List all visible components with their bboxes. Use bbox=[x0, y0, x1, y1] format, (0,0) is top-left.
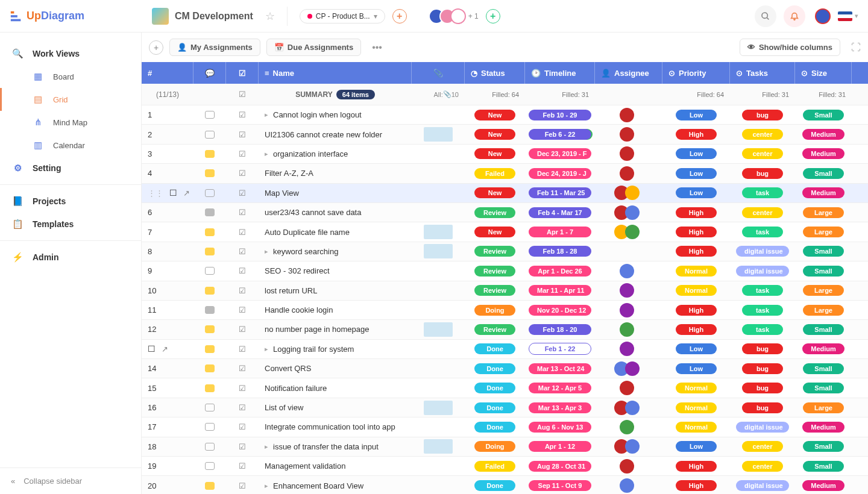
priority-pill-cell[interactable]: High bbox=[662, 457, 730, 475]
name-cell[interactable]: List of view bbox=[259, 398, 412, 417]
logo[interactable]: UpDiagram bbox=[10, 10, 84, 23]
attach-cell[interactable] bbox=[412, 340, 465, 358]
timeline-pill-cell[interactable]: Nov 20 - Dec 12 bbox=[525, 301, 595, 319]
table-row[interactable]: 18☑▸issue of transfer the data inputDoin… bbox=[142, 437, 868, 457]
sidebar-item-mindmap[interactable]: ⋔Mind Map bbox=[0, 111, 141, 134]
attach-cell[interactable] bbox=[412, 301, 465, 319]
assignee-cell[interactable] bbox=[595, 378, 662, 397]
chat-cell[interactable] bbox=[193, 417, 226, 436]
priority-pill-cell[interactable]: High bbox=[662, 301, 730, 319]
table-row[interactable]: 17☑Integrate communication tool into app… bbox=[142, 417, 868, 437]
chat-cell[interactable] bbox=[193, 184, 226, 202]
priority-pill-cell[interactable]: High bbox=[662, 203, 730, 222]
status-pill-cell[interactable]: Review bbox=[465, 203, 525, 222]
task-pill-cell[interactable]: bug bbox=[730, 105, 795, 124]
project-selector[interactable]: CM Development bbox=[152, 8, 253, 25]
chat-cell[interactable] bbox=[193, 320, 226, 339]
checklist-cell[interactable]: ☑ bbox=[226, 457, 259, 475]
size-pill-cell[interactable]: Small bbox=[795, 261, 852, 280]
col-check[interactable]: ☑ bbox=[226, 62, 259, 84]
status-pill-cell[interactable]: Review bbox=[465, 281, 525, 300]
status-pill-cell[interactable]: Failed bbox=[465, 164, 525, 183]
assignee-cell[interactable] bbox=[595, 437, 662, 456]
task-pill-cell[interactable]: center bbox=[730, 125, 795, 143]
assignee-cell[interactable] bbox=[595, 125, 662, 143]
attach-cell[interactable] bbox=[412, 417, 465, 436]
caret-icon[interactable]: ▸ bbox=[265, 443, 268, 451]
sidebar-item-grid[interactable]: ▤Grid bbox=[0, 88, 141, 111]
table-row[interactable]: ☐↗☑▸Logging trail for systemDoneFeb 1 - … bbox=[142, 340, 868, 359]
add-task-button[interactable]: + bbox=[149, 40, 163, 55]
priority-pill-cell[interactable]: Low bbox=[662, 340, 730, 358]
name-cell[interactable]: ▸Logging trail for system bbox=[259, 340, 412, 358]
checklist-cell[interactable]: ☑ bbox=[226, 184, 259, 202]
status-pill-cell[interactable]: New bbox=[465, 105, 525, 124]
name-cell[interactable]: Map View bbox=[259, 184, 412, 202]
task-pill-cell[interactable]: task bbox=[730, 281, 795, 300]
task-pill-cell[interactable]: digital issue bbox=[730, 417, 795, 436]
table-row[interactable]: 11☑Handle cookie loginDoingNov 20 - Dec … bbox=[142, 301, 868, 320]
checklist-cell[interactable]: ☑ bbox=[226, 222, 259, 241]
table-row[interactable]: 9☑SEO - 302 redirectReviewApr 1 - Dec 26… bbox=[142, 261, 868, 281]
col-priority[interactable]: ⊙Priority bbox=[662, 62, 730, 84]
add-phase-button[interactable]: + bbox=[392, 9, 407, 23]
chat-cell[interactable] bbox=[193, 242, 226, 261]
priority-pill-cell[interactable]: Low bbox=[662, 437, 730, 456]
priority-pill-cell[interactable]: High bbox=[662, 222, 730, 241]
timeline-pill-cell[interactable]: Mar 13 - Oct 24 bbox=[525, 359, 595, 378]
status-pill-cell[interactable]: Done bbox=[465, 417, 525, 436]
priority-pill-cell[interactable]: Normal bbox=[662, 281, 730, 300]
checklist-cell[interactable]: ☑ bbox=[226, 281, 259, 300]
priority-pill-cell[interactable]: Low bbox=[662, 164, 730, 183]
checklist-cell[interactable]: ☑ bbox=[226, 105, 259, 124]
attach-cell[interactable] bbox=[412, 457, 465, 475]
checklist-cell[interactable]: ☑ bbox=[226, 145, 259, 163]
sidebar-item-board[interactable]: ▦Board bbox=[0, 65, 141, 88]
name-cell[interactable]: SEO - 302 redirect bbox=[259, 261, 412, 280]
assignee-cell[interactable] bbox=[595, 417, 662, 436]
timeline-pill-cell[interactable]: Feb 1 - 22 bbox=[525, 340, 595, 358]
timeline-pill-cell[interactable]: Mar 11 - Apr 11 bbox=[525, 281, 595, 300]
assignee-cell[interactable] bbox=[595, 301, 662, 319]
attach-cell[interactable] bbox=[412, 437, 465, 456]
drag-icon[interactable]: ⋮⋮ bbox=[148, 189, 163, 198]
status-pill-cell[interactable]: Doing bbox=[465, 301, 525, 319]
table-row[interactable]: 6☑user23/43 cannot save dataReviewFeb 4 … bbox=[142, 203, 868, 222]
chat-cell[interactable] bbox=[193, 359, 226, 378]
language-dropdown[interactable]: ▾ bbox=[838, 11, 858, 21]
status-pill-cell[interactable]: Done bbox=[465, 340, 525, 358]
chat-cell[interactable] bbox=[193, 105, 226, 124]
caret-icon[interactable]: ▸ bbox=[265, 482, 268, 490]
row-checkbox[interactable]: ☐ bbox=[169, 188, 177, 198]
table-row[interactable]: 2☑UI21306 cannot create new folderNewFeb… bbox=[142, 125, 868, 144]
name-cell[interactable]: UI21306 cannot create new folder bbox=[259, 125, 412, 143]
size-pill-cell[interactable]: Medium bbox=[795, 340, 852, 358]
attach-cell[interactable] bbox=[412, 222, 465, 241]
name-cell[interactable]: Auto Duplicate file name bbox=[259, 222, 412, 241]
attach-cell[interactable] bbox=[412, 320, 465, 339]
checklist-cell[interactable]: ☑ bbox=[226, 320, 259, 339]
task-pill-cell[interactable]: task bbox=[730, 222, 795, 241]
name-cell[interactable]: Convert QRS bbox=[259, 359, 412, 378]
timeline-pill-cell[interactable]: Aug 6 - Nov 13 bbox=[525, 417, 595, 436]
name-cell[interactable]: ▸keyword searching bbox=[259, 242, 412, 261]
timeline-pill-cell[interactable]: Feb 6 - 22 bbox=[525, 125, 595, 143]
chat-cell[interactable] bbox=[193, 261, 226, 280]
caret-icon[interactable]: ▸ bbox=[265, 150, 268, 158]
name-cell[interactable]: user23/43 cannot save data bbox=[259, 203, 412, 222]
assignee-cell[interactable] bbox=[595, 222, 662, 241]
caret-icon[interactable]: ▸ bbox=[265, 345, 268, 353]
open-icon[interactable]: ↗ bbox=[183, 189, 190, 198]
name-cell[interactable]: ▸Enhancement Board View bbox=[259, 476, 412, 494]
chat-cell[interactable] bbox=[193, 164, 226, 183]
assignee-cell[interactable] bbox=[595, 184, 662, 202]
checklist-cell[interactable]: ☑ bbox=[226, 203, 259, 222]
chat-cell[interactable] bbox=[193, 378, 226, 397]
notifications-button[interactable] bbox=[784, 5, 805, 27]
status-pill-cell[interactable]: New bbox=[465, 184, 525, 202]
attach-cell[interactable] bbox=[412, 281, 465, 300]
checklist-cell[interactable]: ☑ bbox=[226, 261, 259, 280]
chat-cell[interactable] bbox=[193, 340, 226, 358]
chat-cell[interactable] bbox=[193, 398, 226, 417]
status-pill-cell[interactable]: Done bbox=[465, 378, 525, 397]
